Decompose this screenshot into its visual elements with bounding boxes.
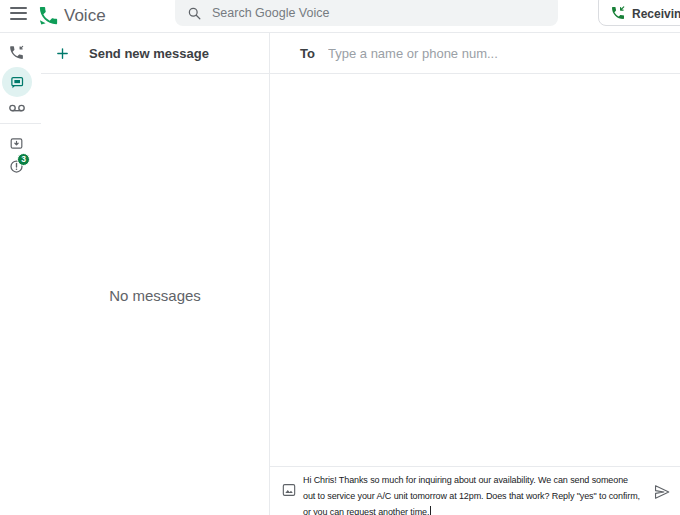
nav-calls-phone-icon[interactable]: [8, 44, 25, 61]
no-messages-text: No messages: [41, 287, 269, 304]
nav-voicemail-icon[interactable]: [8, 99, 26, 117]
spam-count-badge: 3: [17, 153, 30, 166]
send-new-message-label: Send new message: [89, 33, 209, 74]
receiving-calls-label: Receiving calls: [632, 0, 680, 25]
app-title: Voice: [64, 3, 106, 29]
message-line: or you can request another time.: [303, 504, 655, 515]
text-cursor: [430, 506, 431, 515]
nav-divider: [0, 123, 41, 124]
plus-icon: [55, 46, 70, 61]
compose-bar: Hi Chris! Thanks so much for inquiring a…: [270, 466, 680, 515]
message-line: out to service your A/C unit tomorrow at…: [303, 488, 655, 504]
main-menu-icon[interactable]: [10, 7, 27, 21]
nav-messages-chat-icon[interactable]: [2, 67, 32, 97]
receiving-calls-button[interactable]: Receiving calls: [598, 0, 680, 26]
nav-rail: 3: [0, 33, 41, 515]
google-voice-window: Voice Receiving calls: [0, 0, 680, 515]
message-line: Hi Chris! Thanks so much for inquiring a…: [303, 472, 655, 488]
send-new-message-button[interactable]: Send new message: [41, 33, 269, 74]
send-message-icon[interactable]: [653, 483, 671, 501]
google-voice-logo-icon: [37, 4, 60, 27]
new-conversation-panel: To Hi Chris! Thanks so much for inquirin…: [270, 33, 680, 515]
attach-image-icon[interactable]: [281, 482, 297, 498]
nav-archive-icon[interactable]: [9, 136, 24, 151]
top-app-bar: Voice Receiving calls: [0, 0, 680, 33]
conversation-list-panel: Send new message No messages: [41, 33, 270, 515]
search-input[interactable]: [212, 4, 542, 22]
incoming-call-icon: [610, 5, 626, 21]
recipient-row: To: [270, 33, 680, 74]
to-label: To: [300, 33, 315, 74]
recipient-input[interactable]: [328, 43, 658, 63]
search-bar[interactable]: [175, 0, 558, 26]
search-icon: [187, 6, 202, 21]
message-input[interactable]: Hi Chris! Thanks so much for inquiring a…: [303, 472, 655, 515]
